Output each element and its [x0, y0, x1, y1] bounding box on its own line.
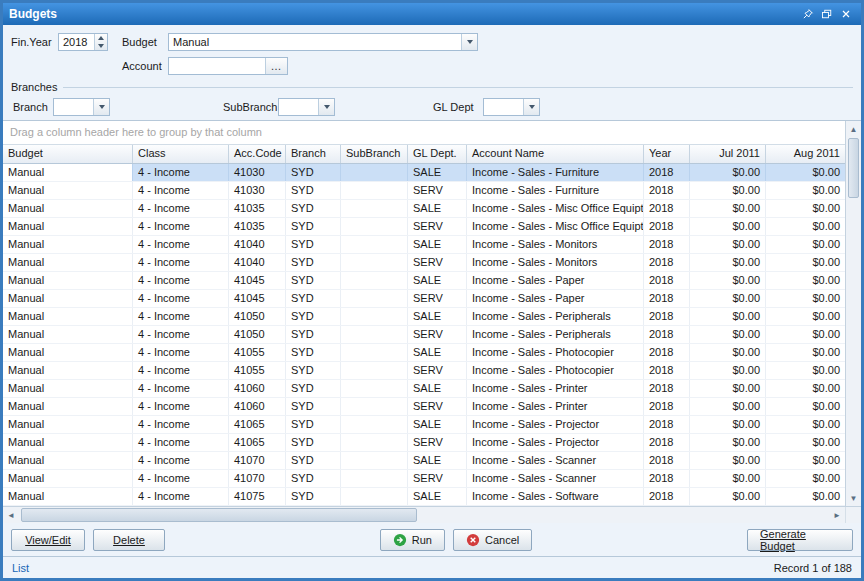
column-header[interactable]: SubBranch: [341, 145, 408, 163]
generate-budget-button[interactable]: Generate Budget: [747, 529, 853, 551]
grid-cell[interactable]: SYD: [286, 272, 341, 289]
grid-cell[interactable]: Manual: [3, 236, 133, 253]
grid-cell[interactable]: 4 - Income: [133, 164, 229, 181]
horizontal-scroll-thumb[interactable]: [21, 508, 417, 522]
grid-cell[interactable]: Manual: [3, 434, 133, 451]
grid-cell[interactable]: Manual: [3, 344, 133, 361]
grid-cell[interactable]: 4 - Income: [133, 344, 229, 361]
grid-cell[interactable]: Income - Sales - Monitors: [467, 254, 644, 271]
grid-cell[interactable]: $0.00: [690, 182, 766, 199]
grid-cell[interactable]: $0.00: [766, 326, 845, 343]
grid-cell[interactable]: Income - Sales - Peripherals: [467, 326, 644, 343]
grid-cell[interactable]: Income - Sales - Photocopier: [467, 362, 644, 379]
column-header[interactable]: GL Dept.: [408, 145, 467, 163]
grid-cell[interactable]: Manual: [3, 308, 133, 325]
grid-cell[interactable]: Manual: [3, 362, 133, 379]
grid-cell[interactable]: Income - Sales - Scanner: [467, 452, 644, 469]
spinner-arrows[interactable]: [94, 34, 107, 50]
grid-cell[interactable]: 4 - Income: [133, 434, 229, 451]
grid-cell[interactable]: 2018: [644, 416, 690, 433]
chevron-down-icon[interactable]: [461, 34, 477, 50]
grid-cell[interactable]: Manual: [3, 164, 133, 181]
fin-year-spinner[interactable]: 2018: [58, 33, 108, 51]
grid-cell[interactable]: Income - Sales - Paper: [467, 290, 644, 307]
grid-cell[interactable]: $0.00: [690, 470, 766, 487]
grid-cell[interactable]: Income - Sales - Printer: [467, 398, 644, 415]
grid-cell[interactable]: 2018: [644, 488, 690, 505]
grid-cell[interactable]: SERV: [408, 290, 467, 307]
table-row[interactable]: Manual4 - Income41065SYDSALEIncome - Sal…: [3, 416, 845, 434]
status-list-label[interactable]: List: [12, 562, 29, 574]
grid-cell[interactable]: [341, 398, 408, 415]
grid-cell[interactable]: $0.00: [766, 434, 845, 451]
grid-cell[interactable]: Manual: [3, 488, 133, 505]
grid-cell[interactable]: 4 - Income: [133, 380, 229, 397]
grid-cell[interactable]: SYD: [286, 488, 341, 505]
pin-icon[interactable]: [798, 6, 817, 22]
scroll-right-icon[interactable]: ►: [829, 507, 845, 523]
grid-cell[interactable]: $0.00: [690, 254, 766, 271]
grid-cell[interactable]: $0.00: [766, 398, 845, 415]
grid-cell[interactable]: [341, 344, 408, 361]
column-header[interactable]: Budget: [3, 145, 133, 163]
grid-cell[interactable]: 2018: [644, 308, 690, 325]
subbranch-dropdown[interactable]: [278, 98, 335, 116]
grid-cell[interactable]: Manual: [3, 254, 133, 271]
grid-cell[interactable]: Income - Sales - Misc Office Equipt: [467, 218, 644, 235]
grid-cell[interactable]: 2018: [644, 326, 690, 343]
grid-cell[interactable]: SYD: [286, 398, 341, 415]
grid-cell[interactable]: Manual: [3, 326, 133, 343]
chevron-down-icon[interactable]: [318, 99, 334, 115]
table-row[interactable]: Manual4 - Income41045SYDSERVIncome - Sal…: [3, 290, 845, 308]
scroll-down-icon[interactable]: ▼: [846, 490, 861, 506]
grid-cell[interactable]: 4 - Income: [133, 254, 229, 271]
grid-cell[interactable]: 2018: [644, 218, 690, 235]
column-header[interactable]: Jul 2011: [690, 145, 766, 163]
grid-cell[interactable]: SYD: [286, 362, 341, 379]
vertical-scrollbar[interactable]: ▲ ▼: [845, 121, 861, 506]
grid-cell[interactable]: Income - Sales - Paper: [467, 272, 644, 289]
grid-cell[interactable]: SERV: [408, 182, 467, 199]
grid-cell[interactable]: $0.00: [766, 308, 845, 325]
grid-cell[interactable]: 4 - Income: [133, 452, 229, 469]
grid-cell[interactable]: 4 - Income: [133, 470, 229, 487]
grid-cell[interactable]: Income - Sales - Scanner: [467, 470, 644, 487]
grid-cell[interactable]: SYD: [286, 182, 341, 199]
grid-cell[interactable]: SERV: [408, 254, 467, 271]
table-row[interactable]: Manual4 - Income41030SYDSALEIncome - Sal…: [3, 164, 845, 182]
grid-cell[interactable]: [341, 434, 408, 451]
grid-cell[interactable]: 4 - Income: [133, 416, 229, 433]
grid-cell[interactable]: [341, 200, 408, 217]
grid-cell[interactable]: Manual: [3, 470, 133, 487]
grid-cell[interactable]: SYD: [286, 218, 341, 235]
grid-cell[interactable]: 4 - Income: [133, 182, 229, 199]
grid-cell[interactable]: [341, 416, 408, 433]
table-row[interactable]: Manual4 - Income41045SYDSALEIncome - Sal…: [3, 272, 845, 290]
table-row[interactable]: Manual4 - Income41065SYDSERVIncome - Sal…: [3, 434, 845, 452]
grid-cell[interactable]: 2018: [644, 344, 690, 361]
grid-cell[interactable]: $0.00: [690, 380, 766, 397]
grid-cell[interactable]: SYD: [286, 380, 341, 397]
grid-cell[interactable]: Manual: [3, 272, 133, 289]
table-row[interactable]: Manual4 - Income41055SYDSALEIncome - Sal…: [3, 344, 845, 362]
grid-cell[interactable]: $0.00: [690, 416, 766, 433]
table-row[interactable]: Manual4 - Income41060SYDSALEIncome - Sal…: [3, 380, 845, 398]
grid-cell[interactable]: $0.00: [766, 200, 845, 217]
grid-cell[interactable]: SALE: [408, 272, 467, 289]
grid-cell[interactable]: $0.00: [690, 164, 766, 181]
grid-cell[interactable]: [341, 236, 408, 253]
grid-cell[interactable]: 4 - Income: [133, 308, 229, 325]
table-row[interactable]: Manual4 - Income41050SYDSALEIncome - Sal…: [3, 308, 845, 326]
chevron-down-icon[interactable]: [93, 99, 109, 115]
grid-cell[interactable]: SYD: [286, 164, 341, 181]
grid-cell[interactable]: 41055: [229, 344, 286, 361]
grid-cell[interactable]: 4 - Income: [133, 236, 229, 253]
table-row[interactable]: Manual4 - Income41035SYDSERVIncome - Sal…: [3, 218, 845, 236]
grid-cell[interactable]: [341, 362, 408, 379]
grid-cell[interactable]: SYD: [286, 200, 341, 217]
grid-cell[interactable]: $0.00: [766, 164, 845, 181]
branch-dropdown[interactable]: [53, 98, 110, 116]
grid-cell[interactable]: $0.00: [766, 362, 845, 379]
close-icon[interactable]: [836, 6, 855, 22]
grid-cell[interactable]: 4 - Income: [133, 290, 229, 307]
